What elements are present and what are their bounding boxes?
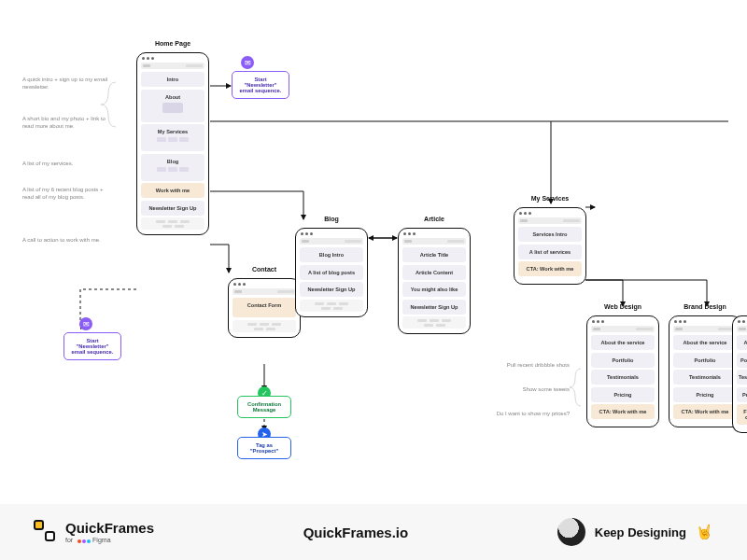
- about-image-placeholder: [162, 103, 183, 113]
- page-footer: [402, 316, 466, 329]
- section-my-services: My Services: [141, 124, 204, 151]
- section-blog-label: Blog: [167, 159, 178, 164]
- section-pricing: Pricing: [737, 387, 747, 402]
- section-intro: Intro: [141, 72, 204, 87]
- page-home[interactable]: Home Page Intro About My Services Blog W…: [136, 52, 209, 235]
- section-about-service: About: [737, 335, 747, 350]
- section-about-service: About the service: [673, 335, 737, 350]
- page-web-design[interactable]: Web Design About the service Portfolio T…: [586, 315, 659, 427]
- window-dots: [296, 229, 367, 238]
- annotation-prices: Do I want to show my prices?: [476, 411, 570, 418]
- window-dots: [229, 279, 300, 288]
- section-portfolio: Portfolio: [591, 353, 655, 368]
- figma-logo-icon: [78, 539, 91, 543]
- section-related: You might also like: [402, 282, 466, 297]
- section-article-content: Article Content: [402, 265, 466, 280]
- section-contact-form: Contact Form: [233, 298, 296, 317]
- navbar: [518, 217, 582, 224]
- footer-bar: QuickFrames for Figma QuickFrames.io Kee…: [0, 504, 747, 560]
- quickframes-logo-icon: [34, 520, 58, 544]
- brand-name: QuickFrames: [65, 521, 154, 535]
- section-services-intro: Services Intro: [518, 227, 582, 242]
- brand-tagline: for Figma: [65, 537, 154, 543]
- section-testimonials: Testimonials: [737, 370, 747, 385]
- section-newsletter-signup: Newsletter Sign Up: [300, 282, 363, 297]
- diagram-canvas[interactable]: A quick intro + sign up to my email news…: [0, 0, 747, 504]
- page-blog[interactable]: Blog Blog Intro A list of blog posts New…: [295, 228, 368, 317]
- section-services-cta: CTA: Work with me: [518, 261, 582, 276]
- navbar: [141, 63, 204, 69]
- page-content-clipped[interactable]: Conten About Portfolio Testimonials Pric…: [732, 315, 747, 433]
- navbar: [402, 238, 466, 245]
- navbar: [591, 326, 655, 332]
- section-about-label: About: [165, 94, 180, 100]
- window-dots: [399, 229, 470, 238]
- section-blog: Blog: [141, 154, 204, 181]
- page-my-services-title: My Services: [514, 195, 585, 202]
- annotation-tweets: Show some tweets: [476, 386, 570, 394]
- page-blog-title: Blog: [296, 216, 367, 222]
- section-services-list: A list of services: [518, 245, 582, 259]
- annotation-intro: A quick intro + sign up to my email news…: [22, 77, 116, 91]
- footer-url[interactable]: QuickFrames.io: [303, 525, 409, 540]
- callout-newsletter-bottom[interactable]: Start "Newsletter" email sequence.: [63, 332, 121, 360]
- annotation-cta: A call to action to work with me.: [22, 237, 116, 245]
- window-dots: [514, 208, 585, 217]
- section-pricing: Pricing: [673, 387, 737, 402]
- blog-thumbs: [143, 167, 203, 172]
- annotation-services: A list of my services.: [22, 161, 116, 168]
- section-portfolio: Portfolio: [673, 353, 737, 368]
- section-blog-list: A list of blog posts: [300, 265, 363, 280]
- services-thumbs: [143, 137, 203, 142]
- tagline-tool: Figma: [92, 537, 110, 543]
- window-dots: [669, 316, 740, 326]
- section-about: About: [141, 90, 204, 122]
- section-service-cta: CTA: Work with me: [673, 404, 737, 419]
- avatar: [557, 518, 585, 546]
- annotation-blog: A list of my 6 recent blog posts + read …: [22, 187, 116, 201]
- page-contact[interactable]: Contact Contact Form: [228, 278, 301, 338]
- section-blog-intro: Blog Intro: [300, 247, 363, 262]
- section-article-title: Article Title: [402, 247, 466, 262]
- window-dots: [733, 316, 747, 326]
- page-home-title: Home Page: [137, 40, 208, 47]
- page-contact-title: Contact: [229, 266, 300, 273]
- section-pricing: Pricing: [591, 387, 655, 402]
- rock-on-icon: 🤘: [696, 524, 713, 540]
- section-content-cta: Free 3 cons: [737, 404, 747, 425]
- brand[interactable]: QuickFrames for Figma: [34, 520, 154, 544]
- page-my-services[interactable]: My Services Services Intro A list of ser…: [514, 207, 586, 285]
- section-newsletter-signup: Newsletter Sign Up: [141, 201, 204, 216]
- section-about-service: About the service: [591, 335, 655, 350]
- annotation-dribbble: Pull recent dribbble shots: [476, 362, 570, 370]
- callout-prospect[interactable]: Tag as "Prospect": [237, 437, 291, 459]
- keep-designing[interactable]: Keep Designing 🤘: [557, 518, 713, 546]
- navbar: [673, 326, 737, 332]
- section-testimonials: Testimonials: [673, 370, 737, 385]
- connector-lines: [0, 0, 747, 504]
- page-footer: [300, 300, 363, 312]
- window-dots: [137, 53, 208, 63]
- navbar: [300, 238, 363, 245]
- navbar: [233, 288, 296, 295]
- page-footer: [141, 217, 204, 230]
- callout-confirmation[interactable]: Confirmation Message: [237, 396, 291, 418]
- page-article-title: Article: [399, 216, 470, 222]
- section-service-cta: CTA: Work with me: [591, 404, 655, 419]
- tagline-prefix: for: [65, 537, 73, 543]
- navbar: [737, 326, 747, 332]
- mail-badge-icon: ✉: [241, 56, 254, 69]
- section-newsletter-signup: Newsletter Sign Up: [402, 300, 466, 315]
- page-web-design-title: Web Design: [587, 303, 658, 310]
- keep-designing-label: Keep Designing: [595, 525, 686, 539]
- window-dots: [587, 316, 658, 326]
- page-footer: [233, 320, 296, 332]
- section-services-label: My Services: [158, 129, 188, 134]
- section-testimonials: Testimonials: [591, 370, 655, 385]
- section-portfolio: Portfolio: [737, 353, 747, 368]
- callout-newsletter-top[interactable]: Start "Newsletter" email sequence.: [232, 71, 289, 99]
- annotation-about: A short bio and my photo + link to read …: [22, 116, 116, 130]
- page-article[interactable]: Article Article Title Article Content Yo…: [398, 228, 471, 334]
- page-brand-design[interactable]: Brand Design About the service Portfolio…: [669, 315, 741, 427]
- page-brand-design-title: Brand Design: [669, 303, 740, 310]
